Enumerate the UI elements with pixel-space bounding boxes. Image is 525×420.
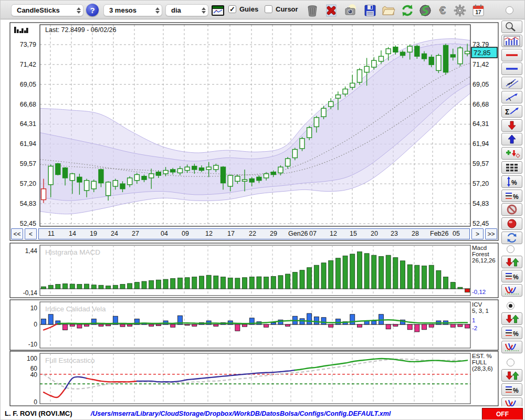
config-path-link[interactable]: /Users/mserra/Library/CloudStorage/Dropb… [1,410,481,417]
blue-line-tool[interactable] [501,62,522,75]
chart-style-tool[interactable] [501,35,522,47]
stoch-signals-button[interactable] [501,369,522,382]
list-rows-tool[interactable] [501,161,522,174]
back-button[interactable]: < [25,228,37,239]
macd-bar [264,277,269,289]
macd-bar [292,272,297,289]
macd-bar [221,277,226,289]
chart-type-select[interactable]: CandleSticks [11,4,83,16]
macd-bar [257,277,261,289]
macd-bar [329,260,333,289]
fast-forward-button[interactable]: >> [485,228,497,239]
arrow-down-tool[interactable] [501,119,522,132]
macd-divergence-button[interactable] [501,284,522,297]
macd-bar [343,256,348,289]
help-icon[interactable]: ? [86,4,99,16]
zoom-tool[interactable] [501,20,522,33]
candle [379,56,383,61]
vertical-percent-tool[interactable]: % [501,175,522,188]
red-line-tool[interactable] [501,49,522,61]
icv-bar [415,324,419,332]
candle [142,176,146,180]
stoch-panel-radio[interactable] [507,359,514,366]
candle [214,165,218,170]
timeframe-select[interactable]: dia [165,4,208,16]
candle [343,89,348,94]
cursor-checkbox[interactable] [265,5,272,13]
charts-canvas[interactable]: Last: 72.8499 - 06/02/2673,7973,7971,427… [1,19,525,406]
price-axis-label: 69,05 [472,81,489,88]
fast-back-button[interactable]: << [11,228,23,239]
add-signal-tool[interactable] [501,147,522,160]
macd-bar [429,265,434,289]
toolbar-radio[interactable] [506,6,513,14]
channel-tool[interactable] [501,77,522,89]
macd-panel-radio[interactable] [507,245,514,253]
panel-title: Full Estocastico [45,356,95,364]
settings-gear-icon[interactable] [453,4,467,17]
icv-bar [372,321,376,324]
icv-bar [407,324,412,330]
icv-signals-button[interactable] [501,312,522,325]
stoch-levels-percent-button[interactable]: % [501,383,522,396]
macd-bar [41,287,46,289]
icv-bar [41,319,46,325]
period-select[interactable]: 3 mesos [103,4,162,16]
refresh-tool[interactable] [501,232,522,244]
refresh-sync-icon[interactable] [401,4,414,17]
cursor-checkbox-row: Cursor [265,5,298,13]
radio-dot [509,304,512,308]
trendline-tool[interactable] [501,91,522,103]
levels-percent-tool[interactable]: % [501,190,522,202]
record-tool[interactable] [501,217,522,230]
candle [249,179,254,182]
date-tick-label: 12 [205,230,213,237]
price-axis-label: 59,57 [20,160,36,167]
open-folder-icon[interactable] [382,4,395,17]
icv-bar [386,324,391,329]
trash-icon[interactable] [306,4,319,17]
price-axis-label: 71,42 [472,61,489,68]
price-axis-label: 64,31 [472,120,489,128]
icv-bar [321,318,326,324]
candle [235,176,240,182]
euro-icon[interactable]: € [436,4,449,17]
icv-bar [185,324,190,326]
save-floppy-icon[interactable] [363,4,377,17]
date-tick-label: 07 [309,230,317,237]
icv-bar [429,324,434,327]
timeframe-value: dia [171,6,197,14]
help-glyph: ? [90,6,94,15]
icv-levels-percent-button[interactable]: % [501,327,522,339]
disable-tool[interactable] [501,203,522,216]
calendar-icon[interactable]: 17 [471,4,485,17]
camera-icon[interactable] [344,4,358,17]
date-tick-label: 15 [350,230,357,237]
candle [192,166,197,170]
off-button[interactable]: OFF [482,408,523,420]
macd-bar [278,276,283,289]
date-axis-strip[interactable]: 1114192427040912172229Gen26071215202328F… [38,228,470,239]
guies-checkbox[interactable]: ✓ [228,5,236,13]
sync-globe-icon[interactable] [418,4,432,17]
forward-button[interactable]: > [471,228,484,239]
icv-divergence-button[interactable] [501,341,522,353]
arrow-up-tool[interactable] [501,133,522,145]
macd-levels-percent-button[interactable]: % [501,270,522,282]
cursor-label: Cursor [276,5,298,13]
delete-x-icon[interactable] [324,4,338,17]
candle [206,167,211,170]
stepper-icon [202,7,206,14]
macd-bar [120,285,125,289]
date-tick-label: 12 [330,230,337,237]
sigma-trendline-tool[interactable]: Σ [501,105,522,118]
price-axis-label: 59,57 [472,160,489,167]
candle [321,108,326,117]
candle [364,66,369,72]
macd-signals-button[interactable] [501,256,522,268]
icv-bar [48,314,53,324]
mini-chart-icon[interactable] [212,5,224,16]
date-tick-label: 17 [227,230,235,237]
icv-panel-radio[interactable] [507,302,514,310]
candle [41,189,46,200]
